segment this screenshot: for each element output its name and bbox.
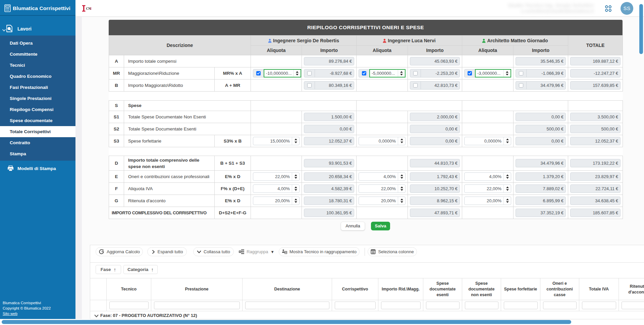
svg-text:I: I xyxy=(90,7,92,10)
